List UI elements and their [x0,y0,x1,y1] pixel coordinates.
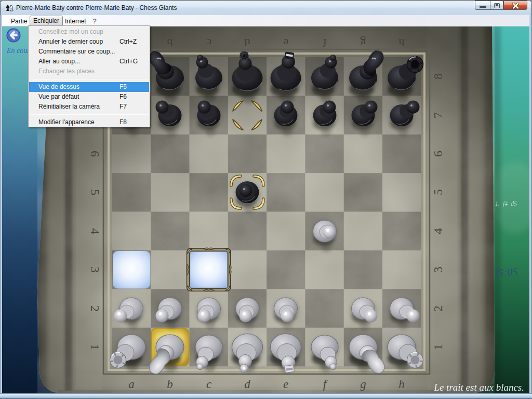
svg-text:6: 6 [88,151,102,157]
svg-text:8: 8 [431,73,445,79]
svg-text:d: d [245,36,250,49]
svg-text:e: e [283,378,288,391]
svg-text:35:05: 35:05 [493,266,518,278]
svg-text:Le trait est aux blancs.: Le trait est aux blancs. [433,382,524,393]
svg-text:c: c [206,378,211,391]
svg-text:g: g [360,378,366,391]
svg-text:1: 1 [431,344,445,350]
svg-text:7: 7 [431,112,445,118]
svg-text:3: 3 [88,267,102,273]
svg-text:d: d [244,378,250,391]
svg-text:6: 6 [431,151,445,157]
svg-text:1. f4 d5: 1. f4 d5 [495,200,517,207]
svg-text:2: 2 [431,305,445,312]
svg-text:h: h [399,36,405,49]
svg-text:4: 4 [88,228,102,234]
svg-text:4: 4 [431,228,445,234]
svg-text:b: b [167,36,173,49]
svg-text:5: 5 [431,189,445,195]
svg-text:e: e [283,36,288,49]
svg-text:2: 2 [88,305,102,312]
svg-text:f: f [323,36,327,49]
svg-text:b: b [167,378,173,391]
svg-text:a: a [128,378,135,391]
svg-text:1: 1 [88,344,102,350]
svg-text:3: 3 [431,267,445,273]
svg-text:c: c [206,36,211,49]
svg-text:5: 5 [88,189,102,195]
svg-text:g: g [361,36,366,49]
svg-text:h: h [398,378,405,391]
